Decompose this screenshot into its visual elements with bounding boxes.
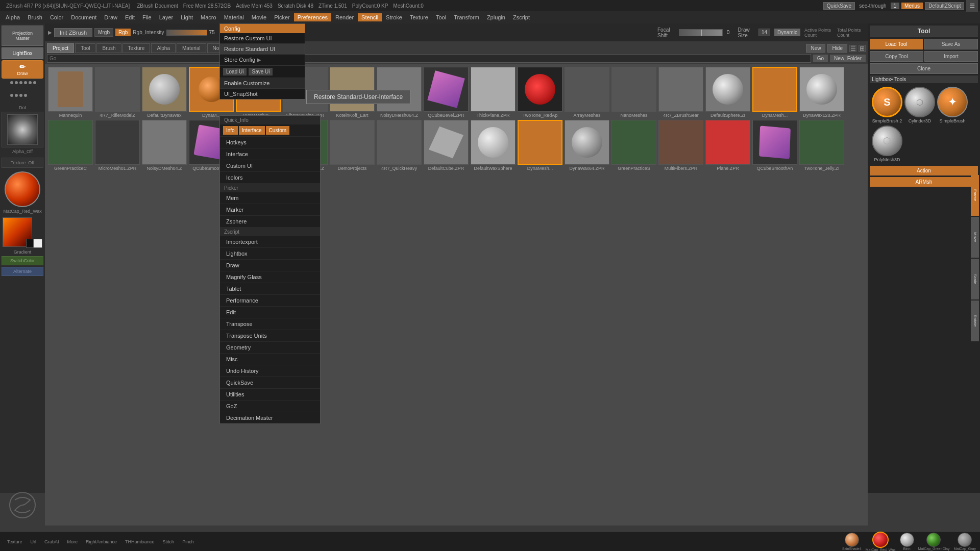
bottom-rightambiance[interactable]: RightAmbiance — [83, 539, 120, 544]
menu-magnify-glass[interactable]: Magnify Glass — [220, 271, 320, 283]
menu-icolors[interactable]: Icolors — [220, 172, 320, 184]
menu-importexport[interactable]: Importexport — [220, 236, 320, 248]
menu-transpose[interactable]: Transpose — [220, 318, 320, 330]
simple-brush-star-item[interactable]: ✦ SimpleBrush — [937, 87, 968, 123]
interface-btn[interactable]: Interface — [239, 126, 265, 135]
menu-color[interactable]: Color — [46, 13, 67, 21]
lb-item-green-practice-c[interactable]: GreenPracticeC — [48, 120, 93, 171]
menu-stroke[interactable]: Stroke — [382, 13, 406, 21]
menu-draw[interactable]: Draw — [220, 260, 320, 271]
init-zbrush-button[interactable]: Init ZBrush — [54, 28, 92, 37]
menu-picker[interactable]: Picker — [271, 13, 293, 21]
matcap-display[interactable] — [5, 171, 40, 207]
lb-item-arraymesh[interactable]: ArrayMeshes — [565, 67, 609, 118]
bottom-url[interactable]: Url — [28, 539, 40, 544]
menu-layer[interactable]: Layer — [156, 13, 177, 21]
lb-item-default-cube[interactable]: DefaultCube.ZPR — [424, 120, 469, 171]
switchcolor-button[interactable]: SwitchColor — [2, 256, 43, 265]
rgb-intensity-slider[interactable] — [166, 30, 207, 36]
alternate-button[interactable]: Alternate — [2, 267, 43, 276]
menu-zscript[interactable]: Zscript — [509, 13, 533, 21]
enable-customize[interactable]: Enable Customize — [220, 78, 305, 89]
lb-item-nanomesh[interactable]: NanoMeshes — [611, 67, 656, 118]
menu-hotkeys[interactable]: Hotkeys — [220, 137, 320, 148]
menu-preferences[interactable]: Preferences — [294, 13, 331, 21]
menu-edit[interactable]: Edit — [220, 307, 320, 318]
bottom-stitch[interactable]: Stitch — [160, 539, 178, 544]
lb-item-thick[interactable]: ThickPlane.ZPR — [471, 67, 516, 118]
focal-shift-slider[interactable] — [679, 29, 723, 36]
new-button[interactable]: New — [806, 44, 825, 53]
menu-texture[interactable]: Texture — [406, 13, 432, 21]
tab-alpha[interactable]: Alpha — [151, 43, 176, 53]
lb-item-dynawax64[interactable]: DynaWax64.ZPR — [565, 120, 609, 171]
menu-draw[interactable]: Draw — [101, 13, 121, 21]
menu-file[interactable]: File — [139, 13, 155, 21]
lb-item-demo[interactable]: DemoProjects — [330, 120, 375, 171]
search-input[interactable] — [47, 54, 811, 63]
quicksave-button[interactable]: QuickSave — [823, 2, 855, 10]
lb-item-twotone-red[interactable]: TwoTone_RedAp — [518, 67, 562, 118]
tab-project[interactable]: Project — [47, 43, 74, 53]
menu-tablet[interactable]: Tablet — [220, 283, 320, 295]
lb-item-mannequin[interactable]: Mannequin — [48, 67, 93, 118]
lb-item-plane[interactable]: Plane.ZPR — [705, 120, 750, 171]
tool-panel-toggle[interactable]: ≡ — [966, 0, 978, 12]
defaultzscript-button[interactable]: DefaultZScript — [925, 2, 964, 10]
menu-utilities[interactable]: Utilities — [220, 389, 320, 400]
lightbox-button[interactable]: LightBox — [2, 47, 43, 59]
save-as-button[interactable]: Save As — [924, 39, 978, 49]
menu-marker[interactable]: Marker — [220, 204, 320, 216]
copy-tool-button[interactable]: Copy Tool — [870, 51, 923, 62]
dynamic-button[interactable]: Dynamic — [774, 29, 800, 36]
tab-texture[interactable]: Texture — [122, 43, 151, 53]
menu-zplugin[interactable]: Zplugin — [483, 13, 509, 21]
lb-item-4r7brush[interactable]: 4R7_ZBrushSear — [658, 67, 703, 118]
lb-item-default-wax[interactable]: DefaultWaxSphere — [471, 120, 516, 171]
cylinder3d-item[interactable]: ⬡ Cylinder3D — [904, 87, 935, 123]
menu-goz[interactable]: GoZ — [220, 400, 320, 412]
menu-geometry[interactable]: Geometry — [220, 342, 320, 354]
lb-item-green-practice-s[interactable]: GreenPracticeS — [611, 120, 656, 171]
lb-item-dynawax[interactable]: DefaultDynaWax — [142, 67, 187, 118]
mat-gray[interactable]: MatCap_Gray — [953, 533, 976, 550]
menu-transpose-units[interactable]: Transpose Units — [220, 330, 320, 342]
lb-item-multifibers[interactable]: MultiFibers.ZPR — [658, 120, 703, 171]
restore-custom-ui[interactable]: Restore Custom UI — [220, 33, 305, 44]
alpha-display[interactable] — [2, 112, 43, 147]
menu-misc[interactable]: Misc — [220, 354, 320, 365]
import-button[interactable]: Import — [924, 51, 978, 62]
custom-btn[interactable]: Custom — [266, 126, 289, 135]
menu-zsphere[interactable]: Zsphere — [220, 216, 320, 228]
menu-macro[interactable]: Macro — [197, 13, 220, 21]
menu-stencil[interactable]: Stencil — [358, 13, 382, 21]
bottom-pinch[interactable]: Pinch — [179, 539, 197, 544]
lb-item-rifle[interactable]: 4R7_RifleModelZ — [95, 67, 140, 118]
tab-material[interactable]: Material — [177, 43, 206, 53]
expand-icon[interactable]: ▶ — [48, 30, 52, 35]
menu-movie[interactable]: Movie — [248, 13, 270, 21]
lb-item-noisy2[interactable]: NoisyDMesh04.Z — [142, 120, 187, 171]
texture-off-button[interactable]: Texture_Off — [2, 158, 43, 168]
menu-mem[interactable]: Mem — [220, 192, 320, 204]
menu-alpha[interactable]: Alpha — [2, 13, 23, 21]
bottom-more[interactable]: More — [64, 539, 81, 544]
menu-quicksave[interactable]: QuickSave — [220, 377, 320, 389]
new-folder-button[interactable]: New_Folder — [830, 55, 866, 62]
bottom-thhambiance[interactable]: THHambiance — [122, 539, 158, 544]
projection-master-button[interactable]: Projection Master — [2, 26, 43, 46]
menu-lightbox[interactable]: Lightbox — [220, 248, 320, 260]
lb-item-dynam2[interactable]: DynaMesh... — [752, 67, 797, 118]
menu-render[interactable]: Render — [332, 13, 357, 21]
lb-item-twotone-jelly[interactable]: TwoTone_Jelly.ZI — [799, 120, 844, 171]
mat-green-clay[interactable]: MatCap_GreenClay — [918, 533, 950, 550]
lb-item-dynam3[interactable]: DynaMesh... — [518, 120, 562, 171]
ui-snapshot[interactable]: UI_SnapShot — [220, 89, 305, 99]
hide-button[interactable]: Hide — [827, 44, 847, 53]
load-ui-button[interactable]: Load Ui — [223, 68, 247, 76]
menu-performance[interactable]: Performance — [220, 295, 320, 307]
lb-item-noisy1[interactable]: NoisyDMesh064.Z — [377, 67, 422, 118]
menu-tool[interactable]: Tool — [432, 13, 450, 21]
mrgb-button[interactable]: Mrgb — [94, 28, 113, 37]
save-ui-button[interactable]: Save Ui — [249, 68, 273, 76]
